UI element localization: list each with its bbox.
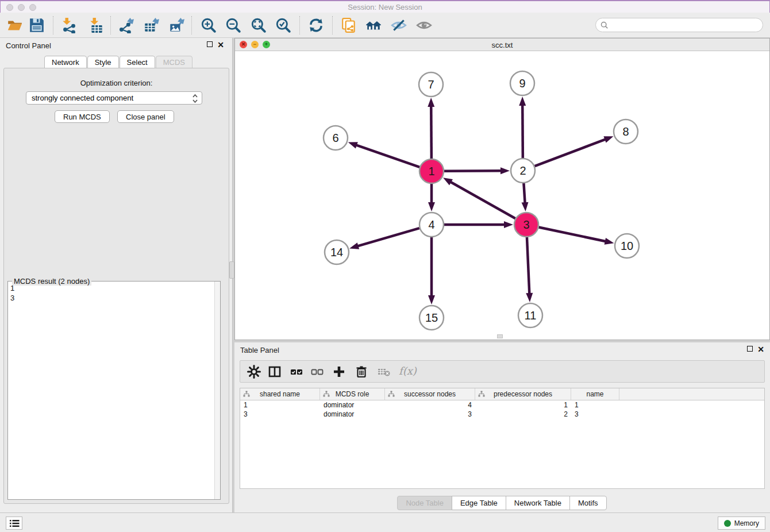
- graph-arrowhead: [526, 293, 533, 302]
- graph-edge-1-2[interactable]: [444, 171, 502, 171]
- task-history-button[interactable]: [6, 516, 22, 530]
- run-mcds-button[interactable]: Run MCDS: [55, 110, 110, 123]
- toolbar-separator: [110, 16, 111, 34]
- search-input[interactable]: [611, 21, 763, 29]
- column-header-shared-name[interactable]: shared name: [240, 388, 320, 400]
- table-toolbar: f(x): [240, 360, 765, 383]
- import-table-icon: [88, 17, 105, 33]
- column-header-successor-nodes[interactable]: successor nodes: [385, 388, 475, 400]
- table-cell-shared-name[interactable]: 1: [240, 400, 320, 410]
- first-neighbors-button[interactable]: [364, 16, 383, 35]
- export-network-icon: [118, 17, 134, 33]
- graph-arrowhead: [519, 97, 526, 106]
- graph-edge-2-3[interactable]: [523, 183, 525, 204]
- tab-select[interactable]: Select: [120, 56, 155, 68]
- search-box[interactable]: [595, 18, 763, 32]
- import-network-button[interactable]: [60, 16, 78, 35]
- table-row[interactable]: 3dominator323: [240, 410, 764, 419]
- deselect-all-columns-button[interactable]: [309, 364, 325, 379]
- table-cell-mcds-role[interactable]: dominator: [320, 400, 385, 410]
- column-header-mcds-role[interactable]: MCDS role: [320, 388, 385, 400]
- window-title: Session: New Session: [1, 3, 769, 11]
- export-network-button[interactable]: [117, 16, 135, 35]
- delete-column-button[interactable]: [353, 364, 369, 379]
- graph-edge-2-8[interactable]: [535, 139, 607, 166]
- add-column-button[interactable]: [331, 364, 347, 379]
- select-all-columns-button[interactable]: [288, 364, 305, 379]
- table-panel-tabs: Node Table Edge Table Network Table Moti…: [234, 496, 770, 510]
- close-panel-icon[interactable]: ✕: [217, 41, 224, 48]
- tab-node-table[interactable]: Node Table: [397, 496, 452, 510]
- table-cell-mcds-role[interactable]: dominator: [320, 410, 385, 419]
- tab-network-table[interactable]: Network Table: [506, 496, 570, 510]
- delete-table-icon: [377, 365, 391, 379]
- graph-edge-3-1[interactable]: [449, 182, 515, 219]
- save-icon: [29, 17, 45, 33]
- result-scrollbar[interactable]: [214, 282, 220, 499]
- dropdown-stepper-icon: [192, 93, 198, 106]
- close-table-panel-icon[interactable]: ✕: [757, 346, 764, 353]
- graph-edge-4-14[interactable]: [357, 228, 419, 246]
- houses-icon: [365, 17, 382, 33]
- import-table-button[interactable]: [87, 16, 106, 35]
- memory-button[interactable]: Memory: [718, 516, 765, 530]
- zoom-in-button[interactable]: [199, 16, 218, 35]
- criterion-value: strongly connected component: [32, 94, 133, 102]
- tab-motifs[interactable]: Motifs: [569, 496, 607, 510]
- criterion-dropdown[interactable]: strongly connected component: [26, 91, 202, 105]
- tab-mcds[interactable]: MCDS: [156, 56, 192, 68]
- column-header-predecessor-nodes[interactable]: predecessor nodes: [475, 388, 571, 400]
- clone-network-button[interactable]: [340, 16, 358, 35]
- function-builder-button[interactable]: f(x): [399, 365, 417, 377]
- zoom-out-button[interactable]: [224, 16, 242, 35]
- graph-edge-1-6[interactable]: [355, 145, 419, 167]
- tree-icon: [478, 391, 485, 398]
- table-cell-predecessor-nodes[interactable]: 2: [475, 410, 571, 419]
- zoom-selected-button[interactable]: [274, 16, 292, 35]
- graph-node-label: 9: [519, 77, 525, 90]
- toolbar-separator: [299, 16, 300, 34]
- table-cell-name[interactable]: 1: [571, 400, 619, 410]
- export-table-button[interactable]: [142, 16, 160, 35]
- table-cell-successor-nodes[interactable]: 4: [385, 400, 475, 410]
- table-cell-predecessor-nodes[interactable]: 1: [475, 400, 571, 410]
- graph-arrowhead: [348, 142, 358, 148]
- graph-arrowhead: [603, 136, 613, 142]
- zoom-fit-button[interactable]: [249, 16, 268, 35]
- checked-boxes-icon: [290, 365, 303, 379]
- hide-selected-button[interactable]: [390, 16, 408, 35]
- toolbar-separator: [191, 16, 192, 34]
- graph-edge-3-10[interactable]: [539, 228, 607, 242]
- table-cell-name[interactable]: 3: [571, 410, 619, 419]
- delete-table-button[interactable]: [376, 364, 392, 379]
- close-panel-button[interactable]: Close panel: [117, 110, 174, 123]
- table-row[interactable]: 1dominator411: [240, 400, 764, 410]
- network-window-titlebar[interactable]: ✕ − + scc.txt: [235, 38, 769, 51]
- tree-icon: [243, 391, 250, 398]
- apply-layout-button[interactable]: [307, 16, 325, 35]
- tab-network[interactable]: Network: [44, 56, 87, 68]
- graph-edge-2-9[interactable]: [522, 104, 523, 158]
- save-session-button[interactable]: [28, 16, 46, 35]
- table-cell-shared-name[interactable]: 3: [240, 410, 320, 419]
- table-settings-button[interactable]: [246, 364, 262, 379]
- tab-edge-table[interactable]: Edge Table: [452, 496, 506, 510]
- table-cell-successor-nodes[interactable]: 3: [385, 410, 475, 419]
- column-header-name[interactable]: name: [571, 388, 619, 400]
- zoom-out-icon: [225, 17, 241, 33]
- open-session-button[interactable]: [6, 16, 24, 35]
- splitter-handle[interactable]: [229, 261, 234, 279]
- tab-style[interactable]: Style: [87, 56, 119, 68]
- show-all-button[interactable]: [415, 16, 433, 35]
- show-columns-button[interactable]: [267, 364, 283, 379]
- graph-node-label: 11: [525, 309, 537, 322]
- graph-edge-1-7[interactable]: [431, 105, 432, 159]
- mcds-tab-content: Optimization criterion: strongly connect…: [3, 68, 229, 504]
- graph-edge-3-11[interactable]: [527, 237, 529, 295]
- float-panel-icon[interactable]: [207, 41, 213, 48]
- float-table-panel-icon[interactable]: [747, 346, 753, 353]
- network-canvas[interactable]: 1234678910111415: [235, 51, 769, 340]
- canvas-scroll-handle[interactable]: [497, 334, 503, 338]
- export-image-button[interactable]: [167, 16, 186, 35]
- export-table-icon: [143, 17, 159, 33]
